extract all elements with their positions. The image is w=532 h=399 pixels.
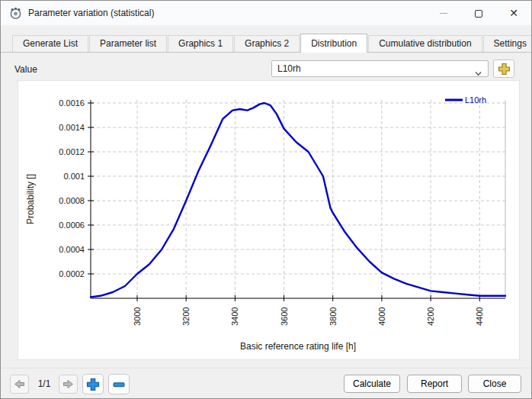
tab-generate-list[interactable]: Generate List: [12, 35, 88, 52]
minimize-icon: [440, 13, 447, 14]
footer-bar: 1/1 Calculate Report Close: [1, 368, 531, 399]
y-tick-label: 0.0002: [59, 269, 85, 278]
close-window-button[interactable]: ✕: [501, 1, 527, 25]
tab-graphics-2[interactable]: Graphics 2: [234, 35, 300, 52]
close-button[interactable]: Close: [468, 375, 521, 393]
maximize-button[interactable]: [466, 1, 492, 25]
x-tick-label: 3200: [181, 307, 191, 326]
x-tick-label: 4200: [426, 307, 435, 326]
y-tick-label: 0.0014: [59, 123, 85, 132]
x-tick-label: 3400: [230, 307, 239, 326]
maximize-icon: [475, 10, 482, 18]
parameter-variation-dialog: Parameter variation (statistical) ✕ Gene…: [0, 0, 532, 399]
value-select-text: L10rh: [277, 63, 301, 74]
legend-label: L10rh: [465, 95, 486, 105]
page-indicator: 1/1: [33, 375, 56, 394]
y-tick-label: 0.0012: [59, 147, 85, 156]
tab-distribution[interactable]: Distribution: [300, 34, 367, 53]
chart-panel: 0.00020.00040.00060.00080.0010.00120.001…: [18, 80, 520, 360]
calculate-button[interactable]: Calculate: [344, 375, 400, 393]
tab-parameter-list[interactable]: Parameter list: [89, 35, 167, 52]
y-tick-label: 0.0016: [59, 98, 85, 108]
x-tick-label: 3800: [328, 307, 338, 326]
close-icon: ✕: [509, 7, 518, 19]
x-tick-label: 3600: [280, 307, 289, 326]
zoom-out-button[interactable]: [108, 374, 130, 394]
add-value-button[interactable]: [493, 60, 514, 78]
x-tick-label: 4400: [475, 307, 484, 326]
window-title: Parameter variation (statistical): [28, 1, 154, 25]
x-tick-label: 3000: [133, 307, 142, 326]
y-tick-label: 0.0006: [59, 220, 85, 230]
value-label: Value: [14, 64, 37, 75]
report-button[interactable]: Report: [407, 375, 462, 393]
tab-bar: Generate List Parameter list Graphics 1 …: [1, 34, 531, 53]
next-page-button[interactable]: [59, 375, 78, 394]
y-axis-title: Probability []: [25, 174, 36, 224]
tab-graphics-1[interactable]: Graphics 1: [168, 35, 233, 52]
distribution-curve: [91, 103, 505, 297]
tab-settings[interactable]: Settings: [483, 35, 532, 52]
app-icon: [9, 7, 22, 20]
x-tick-label: 4000: [377, 307, 386, 326]
distribution-chart: 0.00020.00040.00060.00080.0010.00120.001…: [18, 80, 520, 360]
zoom-in-button[interactable]: [82, 374, 104, 394]
y-tick-label: 0.0008: [59, 196, 85, 205]
title-bar: Parameter variation (statistical) ✕: [1, 1, 531, 25]
value-select[interactable]: L10rh: [271, 60, 489, 77]
minimize-button[interactable]: [431, 1, 457, 25]
y-tick-label: 0.001: [63, 172, 85, 181]
chevron-down-icon: [475, 66, 482, 73]
x-axis-title: Basic reference rating life [h]: [240, 341, 356, 352]
previous-page-button[interactable]: [10, 375, 29, 394]
tab-cumulative-distribution[interactable]: Cumulative distribution: [368, 35, 482, 52]
y-tick-label: 0.0004: [59, 245, 85, 254]
